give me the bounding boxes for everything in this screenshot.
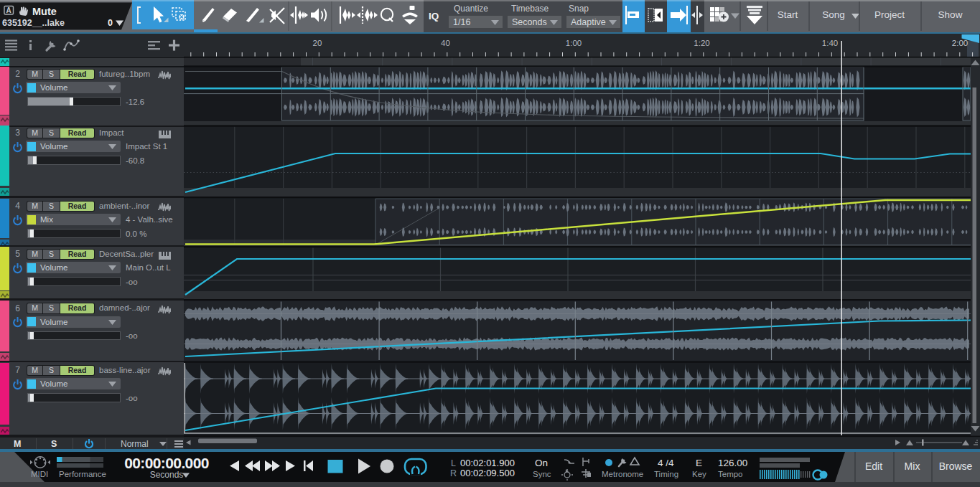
svg-text:20: 20	[313, 39, 322, 47]
svg-text:MIDI: MIDI	[31, 470, 48, 478]
svg-text:Seconds: Seconds	[150, 470, 184, 480]
svg-text:Performance: Performance	[59, 470, 106, 478]
svg-text:126.00: 126.00	[718, 458, 747, 468]
svg-text:On: On	[535, 458, 548, 468]
svg-text:IQ: IQ	[429, 11, 439, 22]
svg-text:R: R	[450, 468, 457, 478]
svg-text:L: L	[451, 458, 456, 468]
svg-text:E: E	[696, 458, 702, 468]
svg-text:Metronome: Metronome	[602, 470, 643, 478]
svg-text:00:02:01.900: 00:02:01.900	[460, 458, 515, 468]
svg-text:40: 40	[441, 39, 450, 47]
svg-text:2:00: 2:00	[952, 39, 968, 47]
svg-text:1:40: 1:40	[822, 39, 838, 47]
svg-text:Timing: Timing	[654, 470, 678, 478]
svg-text:00:00:00.000: 00:00:00.000	[124, 455, 209, 471]
svg-text:1:20: 1:20	[694, 39, 709, 47]
svg-text:4 /4: 4 /4	[658, 458, 674, 468]
svg-text:1:00: 1:00	[566, 39, 582, 47]
svg-text:Tempo: Tempo	[718, 470, 743, 478]
svg-text:00:02:09.500: 00:02:09.500	[460, 468, 515, 478]
svg-text:Key: Key	[692, 470, 706, 478]
svg-text:Sync: Sync	[533, 470, 551, 478]
